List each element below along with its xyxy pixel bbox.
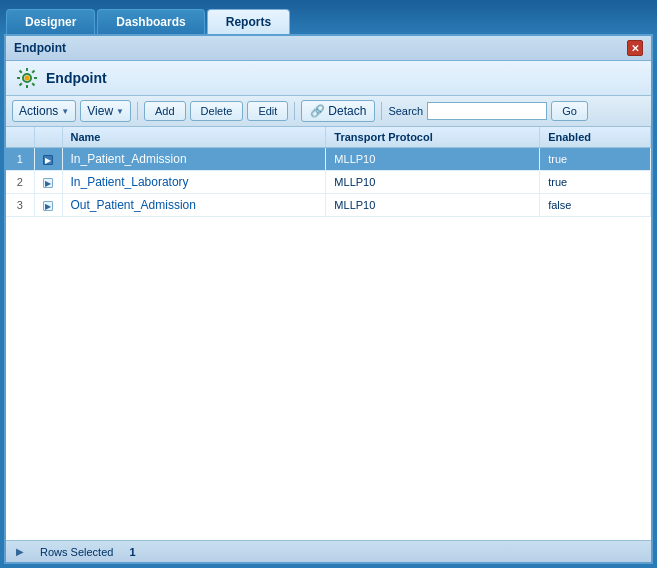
svg-line-5 [20,71,22,73]
row-name[interactable]: In_Patient_Laboratory [62,171,326,194]
row-expander-cell: ▶ [34,194,62,217]
row-num: 3 [6,194,34,217]
row-expand-icon[interactable]: ▶ [43,178,53,188]
edit-button[interactable]: Edit [247,101,288,121]
row-protocol: MLLP10 [326,194,540,217]
col-header-num [34,127,62,148]
table-row[interactable]: 1 ▶ In_Patient_Admission MLLP10 true [6,148,651,171]
panel-title: Endpoint [46,70,107,86]
main-content: Endpoint ✕ [4,34,653,564]
detach-label: Detach [328,104,366,118]
tab-reports[interactable]: Reports [207,9,290,34]
row-expander-cell: ▶ [34,148,62,171]
table-container: Name Transport Protocol Enabled 1 ▶ In_P… [6,127,651,540]
col-header-check [6,127,34,148]
toolbar: Actions ▼ View ▼ Add Delete Edit 🔗 Detac… [6,96,651,127]
svg-line-7 [32,71,34,73]
toolbar-separator-1 [137,102,138,120]
panel-header: Endpoint [6,61,651,96]
close-button[interactable]: ✕ [627,40,643,56]
row-expander-cell: ▶ [34,171,62,194]
svg-line-6 [32,83,34,85]
svg-line-8 [20,83,22,85]
row-enabled: true [540,148,651,171]
toolbar-separator-3 [381,102,382,120]
delete-button[interactable]: Delete [190,101,244,121]
window-titlebar: Endpoint ✕ [6,36,651,61]
row-num: 2 [6,171,34,194]
go-button[interactable]: Go [551,101,588,121]
data-table: Name Transport Protocol Enabled 1 ▶ In_P… [6,127,651,217]
rows-selected-count: 1 [129,546,135,558]
row-enabled: true [540,171,651,194]
window-title: Endpoint [14,41,66,55]
tab-dashboards[interactable]: Dashboards [97,9,204,34]
row-enabled: false [540,194,651,217]
row-protocol: MLLP10 [326,148,540,171]
row-protocol: MLLP10 [326,171,540,194]
col-header-protocol: Transport Protocol [326,127,540,148]
actions-label: Actions [19,104,58,118]
row-name-link[interactable]: Out_Patient_Admission [71,198,196,212]
view-label: View [87,104,113,118]
col-header-name: Name [62,127,326,148]
table-row[interactable]: 2 ▶ In_Patient_Laboratory MLLP10 true [6,171,651,194]
table-header-row: Name Transport Protocol Enabled [6,127,651,148]
actions-chevron-icon: ▼ [61,107,69,116]
search-input[interactable] [427,102,547,120]
table-row[interactable]: 3 ▶ Out_Patient_Admission MLLP10 false [6,194,651,217]
search-label: Search [388,105,423,117]
top-tab-bar: Designer Dashboards Reports [0,0,657,34]
app-container: Designer Dashboards Reports Endpoint ✕ [0,0,657,568]
row-name-link[interactable]: In_Patient_Laboratory [71,175,189,189]
status-arrow-icon: ▶ [16,546,24,557]
view-dropdown[interactable]: View ▼ [80,100,131,122]
detach-button[interactable]: 🔗 Detach [301,100,375,122]
toolbar-separator-2 [294,102,295,120]
actions-dropdown[interactable]: Actions ▼ [12,100,76,122]
row-expand-icon[interactable]: ▶ [43,155,53,165]
col-header-enabled: Enabled [540,127,651,148]
row-expand-icon[interactable]: ▶ [43,201,53,211]
row-num: 1 [6,148,34,171]
status-bar: ▶ Rows Selected 1 [6,540,651,562]
gear-icon [16,67,38,89]
add-button[interactable]: Add [144,101,186,121]
row-name[interactable]: Out_Patient_Admission [62,194,326,217]
row-name[interactable]: In_Patient_Admission [62,148,326,171]
tab-designer[interactable]: Designer [6,9,95,34]
rows-selected-label: Rows Selected [40,546,113,558]
svg-point-9 [25,76,30,81]
detach-icon: 🔗 [310,104,325,118]
view-chevron-icon: ▼ [116,107,124,116]
row-name-link[interactable]: In_Patient_Admission [71,152,187,166]
